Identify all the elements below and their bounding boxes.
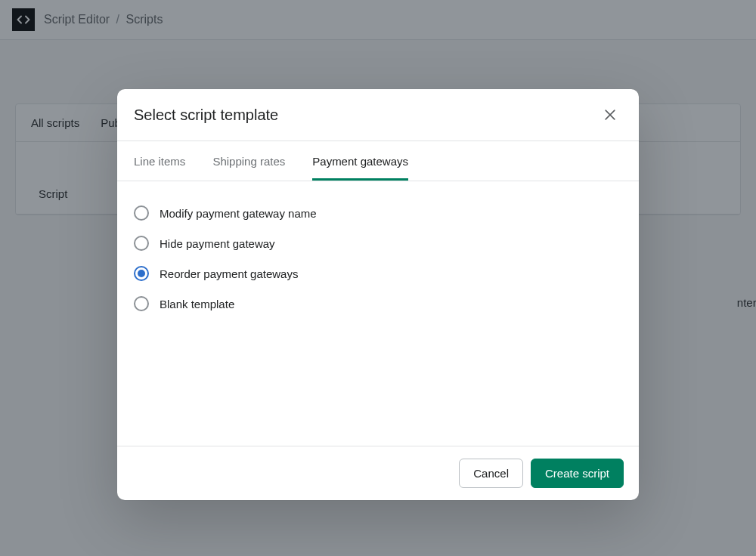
option-label: Modify payment gateway name bbox=[160, 207, 317, 220]
radio-icon bbox=[134, 236, 149, 251]
template-options: Modify payment gateway name Hide payment… bbox=[117, 181, 639, 446]
option-modify-gateway-name[interactable]: Modify payment gateway name bbox=[134, 198, 622, 228]
radio-icon bbox=[134, 266, 149, 281]
modal-title: Select script template bbox=[134, 107, 278, 124]
option-label: Reorder payment gateways bbox=[160, 267, 298, 280]
modal-header: Select script template bbox=[117, 89, 639, 141]
radio-icon bbox=[134, 205, 149, 221]
select-template-modal: Select script template Line items Shippi… bbox=[117, 89, 639, 500]
option-reorder-gateways[interactable]: Reorder payment gateways bbox=[134, 258, 622, 289]
create-script-button[interactable]: Create script bbox=[531, 459, 624, 488]
close-icon bbox=[603, 107, 618, 122]
option-hide-gateway[interactable]: Hide payment gateway bbox=[134, 228, 622, 258]
tab-line-items[interactable]: Line items bbox=[134, 141, 185, 181]
modal-tabs: Line items Shipping rates Payment gatewa… bbox=[117, 141, 639, 181]
option-blank-template[interactable]: Blank template bbox=[134, 289, 622, 319]
option-label: Blank template bbox=[160, 298, 234, 310]
modal-overlay[interactable]: Select script template Line items Shippi… bbox=[0, 0, 756, 556]
cancel-button[interactable]: Cancel bbox=[459, 459, 523, 488]
tab-shipping-rates[interactable]: Shipping rates bbox=[212, 141, 285, 181]
option-label: Hide payment gateway bbox=[160, 237, 275, 250]
modal-footer: Cancel Create script bbox=[117, 446, 639, 500]
close-button[interactable] bbox=[598, 103, 622, 127]
radio-icon bbox=[134, 296, 149, 311]
tab-payment-gateways[interactable]: Payment gateways bbox=[312, 141, 408, 181]
